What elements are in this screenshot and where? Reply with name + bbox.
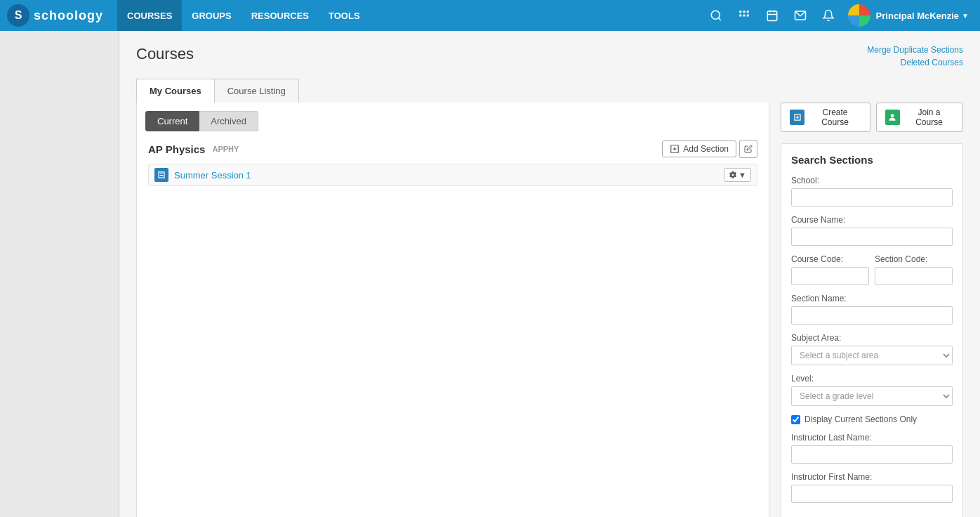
action-buttons: Create Course Join a Course [781,103,963,132]
display-current-label[interactable]: Display Current Sections Only [804,414,917,424]
school-input[interactable] [791,188,953,207]
right-column: Create Course Join a Course Search Secti… [781,103,963,517]
instructor-last-input[interactable] [791,445,953,464]
instructor-last-label: Instructor Last Name: [791,433,953,443]
nav-items: COURSES GROUPS RESOURCES TOOLS [117,0,703,31]
avatar [848,4,870,27]
course-code-field-group: Course Code: [791,254,869,285]
create-course-label: Create Course [809,107,861,127]
join-course-label: Join a Course [904,107,954,127]
top-navigation: S schoology COURSES GROUPS RESOURCES TOO… [0,0,980,31]
nav-right: Principal McKenzie ▼ [703,3,973,28]
code-fields-row: Course Code: Section Code: [791,254,953,285]
nav-item-tools[interactable]: TOOLS [319,0,370,31]
course-code-input[interactable] [791,267,869,285]
section-name-input[interactable] [791,306,953,325]
section-row: Summer Session 1 ▼ [148,164,757,186]
deleted-courses-link[interactable]: Deleted Courses [901,58,963,67]
course-block: AP Physics APPHY Add Section [137,131,769,195]
level-select[interactable]: Select a grade level [791,386,953,406]
svg-line-1 [718,18,720,20]
level-field-group: Level: Select a grade level [791,374,953,406]
instructor-first-input[interactable] [791,485,953,503]
main-content: Courses Merge Duplicate Sections Deleted… [119,31,980,517]
instructor-first-field-group: Instructor First Name: [791,472,953,503]
search-sections-panel: Search Sections School: Course Name: Cou… [781,143,963,517]
section-gear-button[interactable]: ▼ [724,168,751,182]
logo-icon: S [7,4,29,27]
course-title: AP Physics [148,143,205,155]
display-current-checkbox[interactable] [791,415,800,424]
add-section-button[interactable]: Add Section [662,140,736,157]
merge-duplicate-sections-link[interactable]: Merge Duplicate Sections [867,45,963,55]
school-field-group: School: [791,176,953,207]
svg-rect-8 [767,11,777,21]
instructor-first-label: Instructor First Name: [791,472,953,482]
subject-area-field-group: Subject Area: Select a subject area [791,333,953,365]
section-name-field-group: Section Name: [791,294,953,325]
svg-rect-5 [739,15,741,17]
search-icon[interactable] [703,3,729,28]
nav-item-resources[interactable]: RESOURCES [241,0,319,31]
tab-my-courses[interactable]: My Courses [137,79,215,103]
edit-course-button[interactable] [739,140,757,158]
page-title: Courses [136,45,194,63]
course-title-area: AP Physics APPHY [148,143,239,155]
section-icon [154,168,168,182]
top-tabs: My Courses Course Listing [136,79,963,103]
svg-rect-2 [739,11,741,13]
course-name-label: Course Name: [791,215,953,225]
bell-icon[interactable] [816,3,841,28]
section-name-label: Section Name: [791,294,953,303]
book-icon [157,170,166,180]
join-course-button[interactable]: Join a Course [876,103,963,132]
svg-rect-3 [743,11,745,13]
svg-point-0 [711,11,720,19]
pencil-icon [744,145,753,153]
join-course-icon [885,110,900,125]
display-current-row: Display Current Sections Only [791,414,953,424]
svg-point-16 [891,114,894,117]
logo[interactable]: S schoology [7,4,103,27]
gear-icon [729,171,737,179]
calendar-icon[interactable] [760,3,785,28]
svg-rect-6 [743,15,745,17]
course-code-label: Course Code: [791,254,869,264]
create-course-icon [790,110,804,125]
create-course-button[interactable]: Create Course [781,103,870,132]
course-code: APPHY [212,145,239,153]
course-name-field-group: Course Name: [791,215,953,246]
left-column: Current Archived AP Physics APPHY Ad [136,103,769,517]
sub-tab-current[interactable]: Current [145,111,199,131]
subject-area-label: Subject Area: [791,333,953,343]
join-icon [887,112,897,122]
mail-icon[interactable] [788,3,813,28]
chevron-down-icon: ▼ [962,12,969,20]
user-menu[interactable]: Principal McKenzie ▼ [844,4,973,27]
sidebar [0,31,119,517]
user-name: Principal McKenzie [876,11,959,21]
create-icon [793,112,802,122]
school-label: School: [791,176,953,185]
svg-rect-4 [746,11,748,13]
grid-icon[interactable] [731,3,757,28]
page-layout: Courses Merge Duplicate Sections Deleted… [0,31,980,517]
sub-tab-archived[interactable]: Archived [199,111,258,131]
section-link-area: Summer Session 1 [154,168,251,182]
instructor-last-field-group: Instructor Last Name: [791,433,953,464]
tab-course-listing[interactable]: Course Listing [215,79,298,103]
svg-rect-7 [746,15,748,17]
section-code-label: Section Code: [875,254,953,264]
section-code-input[interactable] [875,267,953,285]
nav-item-courses[interactable]: COURSES [117,0,182,31]
section-name-link[interactable]: Summer Session 1 [174,170,251,181]
course-actions: Add Section [662,140,757,158]
course-name-input[interactable] [791,228,953,246]
logo-text: schoology [34,8,103,23]
section-code-field-group: Section Code: [875,254,953,285]
level-label: Level: [791,374,953,384]
nav-item-groups[interactable]: GROUPS [182,0,241,31]
subject-area-select[interactable]: Select a subject area [791,346,953,365]
search-sections-title: Search Sections [791,154,953,166]
add-icon [670,144,680,154]
